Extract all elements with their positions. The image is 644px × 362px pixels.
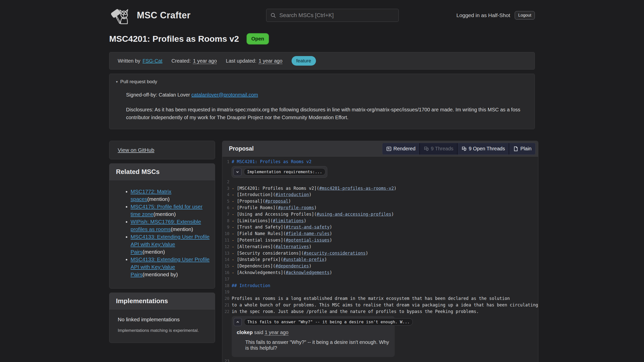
created-at: Created: 1 year ago [172, 58, 217, 64]
code-text: - [232, 257, 237, 262]
code-text: ) [288, 199, 291, 204]
meta-bar: Written by FSG-Cat Created: 1 year ago L… [109, 52, 535, 70]
page-title: MSC4201: Profiles as Rooms v2 [109, 34, 239, 44]
code-text: [Security considerations]( [237, 251, 304, 256]
code-text: - [232, 238, 237, 243]
line-number: 16 [222, 269, 229, 276]
code-text: - [232, 224, 237, 230]
line-number: 19 [222, 289, 229, 295]
line-number: 12 [222, 244, 229, 250]
code-text: [Acknowledgements]( [237, 270, 286, 275]
anchor-link[interactable]: #dependencies [275, 263, 309, 268]
code-line: 4- [Introduction](#introduction) [222, 192, 538, 198]
list-item: MSC4133: Extending User Profile API with… [131, 233, 210, 256]
comment-meta: clokep said 1 year ago [237, 330, 390, 335]
threads-view-button[interactable]: 9 Threads [420, 143, 458, 155]
author-link[interactable]: FSG-Cat [143, 58, 163, 64]
code-line: 20Profiles as rooms is a long establishe… [222, 295, 538, 302]
line-number: 2 [222, 179, 229, 185]
thread-preview[interactable]: Implementation requirements:... [244, 168, 326, 175]
code-line: 14- [Unstable prefix](#unstable-prefix) [222, 256, 538, 263]
plain-view-button[interactable]: Plain [509, 143, 535, 155]
open-threads-view-label: 9 Open Threads [469, 146, 505, 152]
msc-crafter-logo-icon [109, 4, 131, 26]
thread-expanded: This fails to answer "Why?" -- it being … [232, 316, 395, 357]
anchor-link[interactable]: #unstable-prefix [283, 257, 325, 262]
anchor-link[interactable]: #proposal [265, 199, 288, 204]
logout-button[interactable]: Logout [515, 11, 535, 20]
code-text: ) [330, 231, 332, 236]
code-text: ) [366, 251, 368, 256]
plain-view-label: Plain [520, 146, 531, 152]
anchor-link[interactable]: #alternatives [275, 244, 309, 249]
plain-icon [513, 146, 518, 152]
signed-off-line: Signed-off-by: Catalan Lover catalanlove… [126, 91, 525, 99]
anchor-link[interactable]: #limitations [273, 218, 304, 223]
line-number: 4 [222, 192, 229, 198]
triangle-down-icon: ▾ [116, 80, 118, 84]
created-label: Created: [172, 58, 191, 64]
code-text: ) [309, 263, 311, 268]
anchor-link[interactable]: #introduction [275, 192, 309, 197]
code-text: - [232, 186, 237, 191]
thread-collapse-button[interactable] [234, 318, 242, 326]
code-text: ) [330, 224, 332, 230]
code-line: 6- [Profile Rooms](#profile-rooms) [222, 205, 538, 211]
code-line: 19 [222, 289, 538, 295]
line-number: 3 [222, 185, 229, 192]
anchor-link[interactable]: #field-name-rules [286, 231, 330, 236]
pr-body-summary-toggle[interactable]: ▾ Pull request body [109, 79, 535, 84]
code-line: 3- [MSC4201: Profiles as Rooms v2](#msc4… [222, 185, 538, 192]
code-text: ) [330, 238, 332, 243]
code-text: - [232, 205, 237, 210]
code-text: - [232, 192, 237, 197]
line-number: 1 [222, 159, 229, 165]
rendered-view-button[interactable]: Rendered [382, 143, 420, 155]
signed-off-email-link[interactable]: catalanlover@protonmail.com [191, 92, 258, 98]
anchor-link[interactable]: #profile-rooms [278, 205, 314, 210]
line-number: 20 [222, 295, 229, 302]
open-threads-view-button[interactable]: 9 Open Threads [458, 143, 509, 155]
code-text: - [232, 231, 237, 236]
code-line: 16- [Acknowledgements](#acknowledgements… [222, 269, 538, 276]
anchor-link[interactable]: #potential-issues [286, 238, 330, 243]
line-number: 18 [222, 283, 229, 289]
code-text: in the spec room. Just abuse /profile an… [232, 309, 479, 314]
thread-header: This fails to answer "Why?" -- it being … [234, 318, 393, 326]
code-text: ) [394, 186, 396, 191]
anchor-link[interactable]: #using-and-accessing-profiles [317, 212, 391, 217]
relation-type: (mention) [147, 196, 170, 202]
code-text: [Profile Rooms]( [237, 205, 278, 210]
open-threads-icon [461, 146, 467, 152]
relation-type: (mention) [143, 249, 165, 255]
view-on-github-link[interactable]: View on GitHub [118, 147, 154, 153]
code-line: 13- [Security considerations](#security-… [222, 250, 538, 257]
implementations-empty-text: No linked implementations [118, 316, 207, 323]
code-text: [Unstable prefix]( [237, 257, 283, 262]
list-item: MSC4175: Profile field for user time zon… [131, 203, 210, 218]
code-line: 5- [Proposal](#proposal) [222, 198, 538, 205]
anchor-link[interactable]: #msc4201-profiles-as-rooms-v2 [319, 186, 394, 191]
implementations-body: No linked implementations Implementation… [109, 309, 215, 343]
signed-off-text: Signed-off-by: Catalan Lover [126, 92, 191, 98]
search-input[interactable] [266, 9, 399, 22]
implementations-card: Implementations No linked implementation… [109, 293, 215, 343]
relation-type: (mentioned by) [143, 272, 178, 277]
list-item: WIPish: MSC1769: Extensible profiles as … [131, 218, 210, 233]
related-mscs-body: MSC1772: Matrix spaces(mention) MSC4175:… [109, 180, 215, 288]
thread-preview[interactable]: This fails to answer "Why?" -- it being … [244, 318, 413, 326]
github-card: View on GitHub [109, 141, 215, 159]
updated-value: 1 year ago [259, 58, 283, 64]
comment-author: clokep [237, 330, 253, 335]
threads-icon [424, 146, 429, 152]
app-title: MSC Crafter [137, 10, 191, 21]
search [266, 9, 399, 22]
anchor-link[interactable]: #security-considerations [304, 251, 366, 256]
anchor-link[interactable]: #trust-and-safety [286, 224, 330, 230]
code-line: 22in the spec room. Just abuse /profile … [222, 308, 538, 315]
pull-request-body-panel: ▾ Pull request body Signed-off-by: Catal… [109, 74, 535, 129]
thread-expand-button[interactable] [233, 168, 242, 176]
anchor-link[interactable]: #acknowledgements [286, 270, 330, 275]
code-text: - [232, 218, 237, 223]
msc-title-row: MSC4201: Profiles as Rooms v2 Open [109, 33, 535, 44]
